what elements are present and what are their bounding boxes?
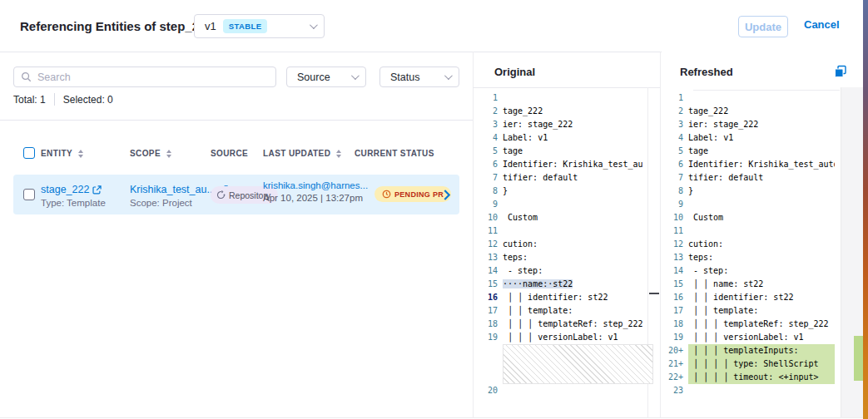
line-number: 3: [662, 118, 688, 131]
select-all-checkbox[interactable]: [23, 147, 35, 159]
line-number: 1: [473, 91, 503, 105]
diff-sash[interactable]: [660, 52, 661, 418]
status-filter[interactable]: Status: [379, 67, 459, 87]
code-line: 6Identifier: Krishika_test_auto: [473, 158, 660, 171]
version-label: v1: [205, 20, 216, 32]
scope-sub: Scope: Project: [130, 198, 210, 208]
updated-by[interactable]: krishika.singh@harnes...: [263, 180, 371, 190]
line-number: 4: [662, 131, 688, 145]
code-line: 2tage_222: [473, 105, 660, 118]
diff-inserted-placeholder: [473, 344, 660, 384]
code-line: 15····name:·st22: [473, 278, 660, 291]
chevron-right-icon[interactable]: [443, 189, 451, 204]
line-number: 13: [662, 251, 688, 264]
code-line: 1: [662, 91, 846, 105]
search-input[interactable]: [37, 71, 269, 83]
code-line: 13teps:: [662, 251, 846, 264]
chevron-down-icon: [444, 71, 453, 80]
line-number: 7: [662, 171, 688, 185]
column-entity: ENTITY: [41, 149, 83, 158]
code-line: 9: [662, 198, 846, 211]
code-line: 8}: [662, 185, 846, 198]
page-title: Referencing Entities of step_222: [20, 19, 213, 33]
sort-icon[interactable]: [336, 150, 341, 158]
code-line: 14 - step:: [662, 264, 846, 278]
code-line: 7tifier: default: [662, 171, 846, 185]
line-number: 9: [662, 198, 688, 211]
code-line: 18 │ │ │ templateRef: step_222: [662, 318, 846, 331]
scope-cell: Krishika_test_au... Scope: Project: [130, 181, 210, 208]
divider: [54, 93, 55, 106]
code-line: 12cution:: [473, 238, 660, 251]
sort-icon[interactable]: [78, 150, 83, 158]
header-divider: [0, 52, 662, 52]
code-line: 4Label: v1: [662, 131, 846, 145]
code-line: 23: [662, 384, 846, 397]
line-number: 18: [662, 318, 688, 331]
code-line: 9: [473, 198, 660, 211]
line-number: 12: [473, 238, 503, 251]
source-filter-label: Source: [297, 71, 330, 83]
line-number: 17: [662, 304, 688, 318]
chevron-down-icon: [351, 71, 360, 80]
status-label: PENDING PR: [394, 190, 444, 199]
selection-summary: Total: 1 Selected: 0: [13, 93, 113, 106]
code-line: 12cution:: [662, 238, 846, 251]
copy-icon[interactable]: [834, 65, 847, 81]
code-line: 17 │ │ template:: [662, 304, 846, 318]
update-button[interactable]: Update: [738, 16, 788, 37]
code-line: 8}: [473, 185, 660, 198]
column-last-updated: LAST UPDATED: [263, 149, 341, 158]
clock-icon: [382, 190, 391, 199]
line-number: 16: [473, 291, 503, 304]
overview-ruler-added-marker: [854, 336, 863, 381]
line-number: 9: [473, 198, 503, 211]
search-box[interactable]: [13, 67, 276, 87]
cancel-button[interactable]: Cancel: [804, 18, 840, 31]
code-line: 10 Custom: [662, 211, 846, 224]
line-number: 10: [473, 211, 503, 224]
code-line: 16 │ │ identifier: st22: [473, 291, 660, 304]
original-code-panel[interactable]: 12tage_2223ier: stage_2224Label: v15tage…: [473, 87, 660, 418]
line-number: 16: [662, 291, 688, 304]
code-line: 3ier: stage_222: [473, 118, 660, 131]
line-number: 2: [473, 105, 503, 118]
line-number: 20+: [662, 344, 688, 357]
code-line: 7tifier: default: [473, 171, 660, 185]
referencing-entities-dialog: Referencing Entities of step_222 v1 STAB…: [0, 0, 868, 419]
row-checkbox[interactable]: [23, 189, 35, 200]
code-line: 22+ │ │ │ │ timeout: <+input>: [662, 371, 846, 384]
code-line: 14 - step:: [473, 264, 660, 278]
version-select[interactable]: v1 STABLE: [194, 14, 325, 38]
code-line: 2tage_222: [662, 105, 846, 118]
line-number: 19: [662, 331, 688, 344]
code-line: 19 │ │ │ versionLabel: v1: [662, 331, 846, 344]
line-number: 5: [473, 145, 503, 158]
updated-at: Apr 10, 2025 | 13:27pm: [263, 193, 371, 203]
code-line: 13teps:: [473, 251, 660, 264]
entity-cell: stage_222 Type: Template: [41, 181, 106, 208]
line-number: 22+: [662, 371, 688, 384]
code-line: 19 │ │ │ versionLabel: v1: [473, 331, 660, 344]
line-number: 15: [662, 278, 688, 291]
code-line: 20: [473, 384, 660, 397]
chevron-down-icon: [310, 21, 318, 29]
bottom-edge: [0, 417, 868, 418]
sort-icon[interactable]: [166, 150, 171, 158]
refreshed-code-panel[interactable]: 12tage_2223ier: stage_2224Label: v15tage…: [662, 87, 846, 418]
code-line: 11: [473, 224, 660, 238]
line-number: 23: [662, 384, 688, 397]
column-current-status: CURRENT STATUS: [355, 149, 434, 158]
source-filter[interactable]: Source: [286, 67, 366, 87]
external-link-icon: [92, 185, 102, 195]
column-scope: SCOPE: [130, 149, 171, 158]
line-number: 11: [662, 224, 688, 238]
diff-header-original: Original: [494, 66, 535, 78]
code-line: 5tage: [662, 145, 846, 158]
line-number: 10: [662, 211, 688, 224]
line-number: 6: [662, 158, 688, 171]
table-row[interactable]: stage_222 Type: Template Krishika_test_a…: [13, 175, 459, 214]
entity-link[interactable]: stage_222: [41, 184, 102, 195]
table-header-row: ENTITY SCOPE SOURCE LAST UPDATED CURRENT…: [0, 147, 473, 160]
repository-icon: [216, 190, 226, 200]
